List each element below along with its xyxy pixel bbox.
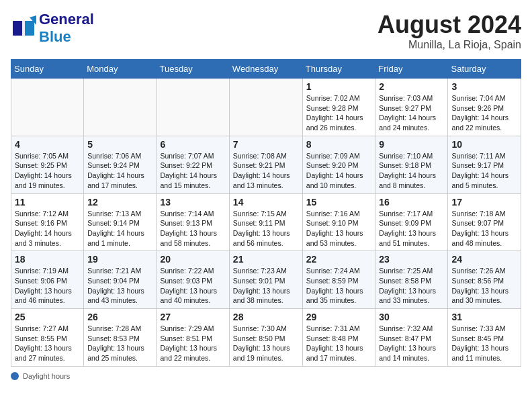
day-number: 10 [451, 139, 517, 150]
calendar-cell: 15Sunrise: 7:16 AMSunset: 9:10 PMDayligh… [302, 193, 375, 251]
calendar-header-row: SundayMondayTuesdayWednesdayThursdayFrid… [11, 60, 521, 79]
calendar-row-1: 1Sunrise: 7:02 AMSunset: 9:28 PMDaylight… [11, 79, 521, 136]
weekday-header-sunday: Sunday [11, 60, 84, 79]
day-number: 14 [233, 197, 299, 208]
logo-blue-text: Blue [39, 28, 71, 45]
calendar-cell: 13Sunrise: 7:14 AMSunset: 9:13 PMDayligh… [157, 193, 229, 251]
day-info: Sunrise: 7:24 AMSunset: 8:59 PMDaylight:… [306, 266, 372, 306]
calendar-cell: 18Sunrise: 7:19 AMSunset: 9:06 PMDayligh… [11, 251, 84, 309]
day-number: 29 [306, 312, 372, 322]
day-number: 1 [306, 81, 372, 92]
day-number: 4 [15, 139, 80, 150]
day-info: Sunrise: 7:22 AMSunset: 9:03 PMDaylight:… [160, 266, 225, 306]
day-info: Sunrise: 7:23 AMSunset: 9:01 PMDaylight:… [233, 266, 299, 306]
day-info: Sunrise: 7:17 AMSunset: 9:09 PMDaylight:… [379, 209, 444, 248]
calendar-row-3: 11Sunrise: 7:12 AMSunset: 9:16 PMDayligh… [11, 193, 521, 251]
day-number: 16 [379, 197, 444, 208]
calendar-cell: 28Sunrise: 7:30 AMSunset: 8:50 PMDayligh… [229, 309, 302, 367]
day-info: Sunrise: 7:06 AMSunset: 9:24 PMDaylight:… [87, 151, 152, 191]
svg-rect-3 [22, 20, 25, 36]
footer-label: Daylight hours [23, 372, 70, 380]
day-info: Sunrise: 7:11 AMSunset: 9:17 PMDaylight:… [451, 151, 517, 191]
day-number: 9 [379, 139, 444, 150]
calendar-cell: 22Sunrise: 7:24 AMSunset: 8:59 PMDayligh… [302, 251, 375, 309]
calendar-cell [84, 79, 157, 136]
day-info: Sunrise: 7:29 AMSunset: 8:51 PMDaylight:… [160, 324, 225, 363]
day-info: Sunrise: 7:18 AMSunset: 9:07 PMDaylight:… [451, 209, 517, 248]
day-info: Sunrise: 7:31 AMSunset: 8:48 PMDaylight:… [306, 324, 372, 363]
footer: Daylight hours [11, 372, 521, 380]
day-info: Sunrise: 7:21 AMSunset: 9:04 PMDaylight:… [87, 266, 152, 306]
weekday-header-thursday: Thursday [302, 60, 375, 79]
day-info: Sunrise: 7:28 AMSunset: 8:53 PMDaylight:… [87, 324, 152, 363]
day-number: 12 [87, 197, 152, 208]
calendar-cell [11, 79, 84, 136]
day-number: 18 [15, 254, 80, 265]
calendar-cell: 31Sunrise: 7:33 AMSunset: 8:45 PMDayligh… [448, 309, 521, 367]
calendar-cell: 11Sunrise: 7:12 AMSunset: 9:16 PMDayligh… [11, 193, 84, 251]
day-info: Sunrise: 7:32 AMSunset: 8:47 PMDaylight:… [379, 324, 444, 363]
day-info: Sunrise: 7:27 AMSunset: 8:55 PMDaylight:… [15, 324, 80, 363]
month-year-title: August 2024 [378, 11, 521, 39]
day-number: 2 [379, 81, 444, 92]
calendar-cell: 1Sunrise: 7:02 AMSunset: 9:28 PMDaylight… [302, 79, 375, 136]
calendar-cell: 12Sunrise: 7:13 AMSunset: 9:14 PMDayligh… [84, 193, 157, 251]
header: General Blue August 2024 Munilla, La Rio… [11, 11, 521, 51]
calendar-cell: 30Sunrise: 7:32 AMSunset: 8:47 PMDayligh… [375, 309, 448, 367]
page: General Blue August 2024 Munilla, La Rio… [0, 0, 532, 391]
calendar-cell: 6Sunrise: 7:07 AMSunset: 9:22 PMDaylight… [157, 136, 229, 193]
calendar-cell: 24Sunrise: 7:26 AMSunset: 8:56 PMDayligh… [448, 251, 521, 309]
calendar-cell: 16Sunrise: 7:17 AMSunset: 9:09 PMDayligh… [375, 193, 448, 251]
day-info: Sunrise: 7:05 AMSunset: 9:25 PMDaylight:… [15, 151, 80, 191]
day-number: 30 [379, 312, 444, 322]
day-info: Sunrise: 7:19 AMSunset: 9:06 PMDaylight:… [15, 266, 80, 306]
calendar-cell: 8Sunrise: 7:09 AMSunset: 9:20 PMDaylight… [302, 136, 375, 193]
calendar-cell: 3Sunrise: 7:04 AMSunset: 9:26 PMDaylight… [448, 79, 521, 136]
day-number: 8 [306, 139, 372, 150]
title-block: August 2024 Munilla, La Rioja, Spain [378, 11, 521, 51]
calendar-cell: 19Sunrise: 7:21 AMSunset: 9:04 PMDayligh… [84, 251, 157, 309]
day-number: 19 [87, 254, 152, 265]
footer-dot-icon [11, 372, 19, 380]
day-info: Sunrise: 7:02 AMSunset: 9:28 PMDaylight:… [306, 93, 372, 133]
day-number: 15 [306, 197, 372, 208]
calendar-cell: 25Sunrise: 7:27 AMSunset: 8:55 PMDayligh… [11, 309, 84, 367]
logo-general-text: General [39, 11, 94, 28]
day-info: Sunrise: 7:13 AMSunset: 9:14 PMDaylight:… [87, 209, 152, 248]
weekday-header-friday: Friday [375, 60, 448, 79]
calendar-cell: 10Sunrise: 7:11 AMSunset: 9:17 PMDayligh… [448, 136, 521, 193]
day-info: Sunrise: 7:03 AMSunset: 9:27 PMDaylight:… [379, 93, 444, 133]
day-info: Sunrise: 7:12 AMSunset: 9:16 PMDaylight:… [15, 209, 80, 248]
weekday-header-tuesday: Tuesday [157, 60, 229, 79]
calendar-cell: 7Sunrise: 7:08 AMSunset: 9:21 PMDaylight… [229, 136, 302, 193]
day-info: Sunrise: 7:26 AMSunset: 8:56 PMDaylight:… [451, 266, 517, 306]
calendar-cell [229, 79, 302, 136]
day-info: Sunrise: 7:25 AMSunset: 8:58 PMDaylight:… [379, 266, 444, 306]
day-number: 11 [15, 197, 80, 208]
day-number: 20 [160, 254, 225, 265]
day-info: Sunrise: 7:14 AMSunset: 9:13 PMDaylight:… [160, 209, 225, 248]
calendar-row-4: 18Sunrise: 7:19 AMSunset: 9:06 PMDayligh… [11, 251, 521, 309]
day-number: 7 [233, 139, 299, 150]
logo-icon [11, 15, 36, 41]
calendar-cell: 21Sunrise: 7:23 AMSunset: 9:01 PMDayligh… [229, 251, 302, 309]
calendar-cell: 5Sunrise: 7:06 AMSunset: 9:24 PMDaylight… [84, 136, 157, 193]
day-number: 28 [233, 312, 299, 322]
calendar-cell: 2Sunrise: 7:03 AMSunset: 9:27 PMDaylight… [375, 79, 448, 136]
day-number: 24 [451, 254, 517, 265]
day-number: 26 [87, 312, 152, 322]
calendar-cell: 29Sunrise: 7:31 AMSunset: 8:48 PMDayligh… [302, 309, 375, 367]
day-number: 22 [306, 254, 372, 265]
calendar-cell: 20Sunrise: 7:22 AMSunset: 9:03 PMDayligh… [157, 251, 229, 309]
day-number: 25 [15, 312, 80, 322]
calendar-cell: 14Sunrise: 7:15 AMSunset: 9:11 PMDayligh… [229, 193, 302, 251]
calendar-cell [157, 79, 229, 136]
day-number: 3 [451, 81, 517, 92]
calendar-cell: 26Sunrise: 7:28 AMSunset: 8:53 PMDayligh… [84, 309, 157, 367]
weekday-header-wednesday: Wednesday [229, 60, 302, 79]
day-number: 21 [233, 254, 299, 265]
svg-rect-1 [13, 21, 23, 36]
day-number: 13 [160, 197, 225, 208]
weekday-header-saturday: Saturday [448, 60, 521, 79]
day-info: Sunrise: 7:09 AMSunset: 9:20 PMDaylight:… [306, 151, 372, 191]
